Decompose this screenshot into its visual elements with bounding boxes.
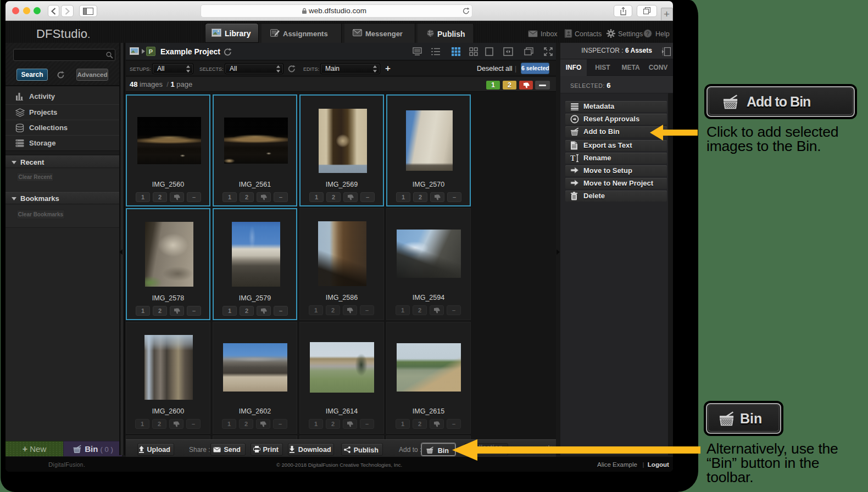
- svg-text:?: ?: [646, 30, 650, 37]
- svg-text:T: T: [570, 154, 576, 163]
